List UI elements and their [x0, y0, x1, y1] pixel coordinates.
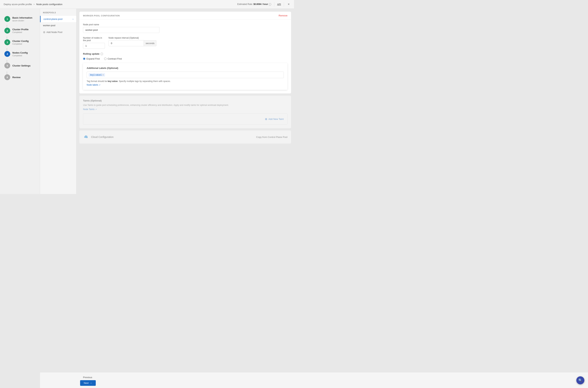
taints-title: Taints (Optional) — [83, 99, 287, 102]
repave-input-group: seconds — [109, 40, 156, 46]
external-link-icon: ↗ — [99, 84, 100, 86]
expand-first-option[interactable]: Expand First — [83, 57, 100, 60]
contract-first-radio[interactable] — [104, 58, 107, 60]
content-area: WORKER-POOL CONFIGURATION Remove Node po… — [76, 9, 294, 194]
header-right: Estimated Rate: $0.8084 / hour i API × — [237, 2, 290, 7]
node-labels-link[interactable]: Node labels ↗ — [87, 84, 100, 86]
pool-name-input[interactable] — [83, 27, 159, 33]
sidebar-item-basic-info[interactable]: 1 Basic Information azure-cluster- — [0, 13, 40, 25]
node-taints-link-text: Node Taints — [83, 108, 94, 111]
step-info-2: Cluster Profile Completed — [12, 28, 29, 33]
worker-pool-config-body: Node pool name Number of nodes in the po… — [79, 20, 291, 94]
step-title-5: Cluster Settings — [12, 64, 31, 67]
add-node-pool-button[interactable]: ⊕ Add Node Pool — [40, 29, 76, 36]
breadcrumb-current: Node pools configuration — [36, 3, 63, 6]
cloud-config-left: Cloud Configuration — [83, 134, 113, 140]
sidebar-item-cluster-profile[interactable]: 2 Cluster Profile Completed — [0, 25, 40, 36]
form-group-pool-name: Node pool name — [83, 23, 287, 33]
step-badge-4: 4 — [4, 51, 10, 57]
hint-bold: key:value — [108, 80, 118, 82]
header: Deploy azure-profile profile > Node pool… — [0, 0, 294, 9]
step-info-1: Basic Information azure-cluster- — [12, 16, 32, 22]
step-subtitle-3: Completed — [12, 43, 29, 45]
rolling-info-icon[interactable]: i — [100, 53, 103, 55]
additional-labels-title: Additional Labels (Optional) — [87, 67, 284, 69]
taints-config-section: Taints (Optional) Use Taints to guide po… — [79, 96, 291, 128]
plus-circle-taint-icon: ⊕ — [265, 117, 267, 121]
step-badge-3: 3 — [4, 39, 10, 45]
sidebar: 1 Basic Information azure-cluster- 2 Clu… — [0, 9, 40, 194]
num-nodes-label: Number of nodes in the pool — [83, 37, 105, 42]
info-icon[interactable]: i — [269, 3, 271, 6]
tag-remove-button[interactable]: × — [102, 74, 104, 76]
copy-from-control-plane-link[interactable]: Copy from Control Plane Pool — [256, 136, 287, 138]
step-info-4: Nodes Config Completed — [12, 51, 28, 57]
nodepools-label: NODEPOOLS — [40, 12, 76, 16]
step-subtitle-2: Completed — [12, 31, 29, 33]
estimated-rate-label: Estimated Rate: — [237, 3, 253, 5]
taints-description: Use Taints to guide pod scheduling prefe… — [83, 103, 287, 107]
breadcrumb: Deploy azure-profile profile > Node pool… — [4, 3, 63, 6]
breadcrumb-separator: > — [33, 3, 35, 6]
pool-item-control-plane[interactable]: control-plane-pool › — [40, 16, 76, 22]
hint-text: Tag format should be key:value. Specify … — [87, 80, 284, 83]
step-title-4: Nodes Config — [12, 51, 28, 54]
chevron-right-icon: › — [73, 18, 73, 20]
node-labels-link-text: Node labels — [87, 84, 98, 86]
additional-labels-box: Additional Labels (Optional) key1:value1… — [83, 63, 287, 90]
add-taint-label: Add New Taint — [268, 118, 284, 121]
num-nodes-input[interactable] — [83, 43, 105, 49]
form-group-num-nodes: Number of nodes in the pool — [83, 37, 105, 49]
add-new-taint-button[interactable]: ⊕ Add New Taint — [265, 117, 284, 121]
sidebar-item-cluster-config[interactable]: 3 Cluster Config Completed — [0, 36, 40, 48]
step-badge-5: 5 — [4, 63, 10, 69]
cloud-config-section: Cloud Configuration Copy from Control Pl… — [79, 130, 291, 144]
svg-point-0 — [85, 136, 87, 138]
rolling-update-section: Rolling update i Expand First Contract F… — [83, 52, 287, 60]
remove-button[interactable]: Remove — [279, 14, 287, 17]
step-info-6: Review — [12, 76, 21, 79]
hint-prefix: Tag format should be — [87, 80, 108, 82]
hint-suffix: . Specify multiple tags by separating th… — [118, 80, 171, 82]
close-button[interactable]: × — [287, 2, 290, 7]
repave-input[interactable] — [109, 40, 144, 46]
step-info-5: Cluster Settings — [12, 64, 31, 67]
pool-item-worker[interactable]: worker-pool — [40, 22, 76, 29]
pool-name-label: Node pool name — [83, 23, 287, 26]
node-taints-link[interactable]: Node Taints ↗ — [83, 108, 97, 111]
taints-section: Taints (Optional) Use Taints to guide po… — [79, 96, 291, 128]
pool-name-worker: worker-pool — [43, 24, 55, 27]
contract-first-option[interactable]: Contract First — [104, 57, 122, 60]
step-subtitle-4: Completed — [12, 54, 28, 57]
step-title-1: Basic Information — [12, 16, 32, 19]
sidebar-item-review[interactable]: 6 Review — [0, 72, 40, 83]
step-title-2: Cluster Profile — [12, 28, 29, 31]
step-badge-6: 6 — [4, 74, 10, 80]
main-layout: 1 Basic Information azure-cluster- 2 Clu… — [0, 9, 294, 194]
nodepools-panel: NODEPOOLS control-plane-pool › worker-po… — [40, 9, 76, 194]
header-divider-2 — [284, 2, 284, 7]
cloud-provider-icon — [83, 134, 89, 140]
form-row-name: Node pool name — [83, 23, 287, 33]
step-title-6: Review — [12, 76, 21, 79]
sidebar-item-nodes-config[interactable]: 4 Nodes Config Completed — [0, 48, 40, 60]
pool-name-control-plane: control-plane-pool — [44, 18, 63, 20]
step-badge-2: 2 — [4, 28, 10, 33]
api-link[interactable]: API — [277, 3, 281, 6]
tag-value: key1:value1 — [90, 73, 102, 76]
step-badge-1: 1 — [4, 16, 10, 22]
step-title-3: Cluster Config — [12, 40, 29, 43]
taints-external-link-icon: ↗ — [95, 108, 97, 110]
worker-pool-config-title: WORKER-POOL CONFIGURATION — [83, 15, 120, 17]
form-group-repave: Node repave interval (Optional) seconds — [109, 37, 156, 49]
contract-first-label: Contract First — [108, 57, 122, 60]
estimated-rate: Estimated Rate: $0.8084 / hour i — [237, 3, 271, 6]
add-pool-label: Add Node Pool — [46, 31, 62, 33]
repave-label: Node repave interval (Optional) — [109, 37, 156, 39]
step-info-3: Cluster Config Completed — [12, 40, 29, 45]
tags-input-container[interactable]: key1:value1 × — [87, 72, 284, 78]
worker-pool-config-header: WORKER-POOL CONFIGURATION Remove — [79, 12, 291, 20]
sidebar-item-cluster-settings[interactable]: 5 Cluster Settings — [0, 60, 40, 72]
cloud-config-title: Cloud Configuration — [91, 136, 113, 138]
expand-first-radio[interactable] — [83, 58, 85, 60]
